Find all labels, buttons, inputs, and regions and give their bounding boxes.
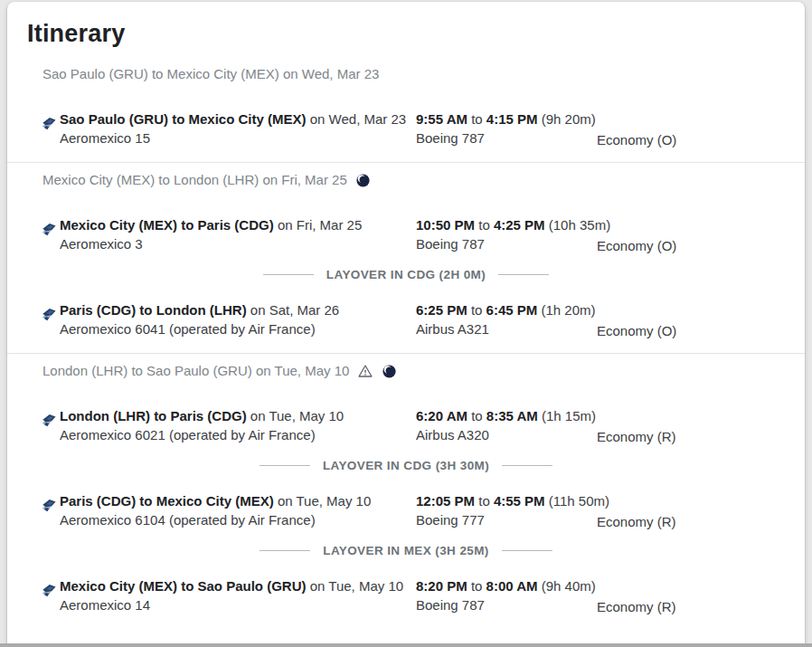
layover-label: LAYOVER IN MEX (3H 25M) (323, 544, 489, 557)
flight-cabin-col: Economy (O) (597, 299, 790, 340)
itinerary-sections: Sao Paulo (GRU) to Mexico City (MEX) on … (22, 65, 790, 629)
to-separator: to (471, 302, 483, 318)
arrival-time: 8:35 AM (486, 408, 538, 423)
flight-date: on Sat, Mar 26 (250, 302, 339, 318)
flight-segment-row: Mexico City (MEX) to Paris (CDG) on Fri,… (22, 214, 790, 255)
flight-number: Aeromexico 14 (60, 595, 416, 614)
aeromexico-logo-icon (40, 412, 58, 430)
layover-row: LAYOVER IN MEX (3H 25M) (22, 542, 790, 558)
arrival-time: 8:00 AM (486, 578, 538, 594)
cabin-class: Economy (O) (597, 238, 676, 253)
layover-label: LAYOVER IN CDG (3H 30M) (323, 459, 489, 472)
to-separator: to (471, 111, 483, 127)
flight-number: Aeromexico 6041 (operated by Air France) (60, 319, 416, 338)
cabin-class: Economy (R) (597, 429, 676, 444)
aeromexico-logo-icon (40, 582, 58, 600)
arrival-time: 4:15 PM (486, 111, 538, 127)
cabin-class: Economy (R) (597, 514, 676, 529)
flight-times-col: 8:20 PM to 8:00 AM (9h 40m) Boeing 787 (416, 575, 597, 616)
aircraft-type: Boeing 787 (416, 128, 597, 147)
section-items: Sao Paulo (GRU) to Mexico City (MEX) on … (22, 108, 790, 149)
aeromexico-logo-icon (40, 221, 58, 239)
flight-times-col: 6:20 AM to 8:35 AM (1h 15m) Airbus A320 (416, 404, 597, 446)
flight-date: on Tue, May 10 (278, 493, 371, 509)
flight-duration: (9h 20m) (542, 111, 596, 127)
flight-times-col: 10:50 PM to 4:25 PM (10h 35m) Boeing 787 (416, 214, 597, 255)
flight-route: Paris (CDG) to London (LHR) (60, 302, 247, 318)
aeromexico-logo-icon (40, 115, 58, 133)
departure-time: 6:25 PM (416, 302, 467, 318)
flight-segment-row: Sao Paulo (GRU) to Mexico City (MEX) on … (22, 108, 790, 149)
departure-time: 12:05 PM (416, 493, 475, 509)
layover-dash-left (260, 550, 310, 551)
aeromexico-logo-icon (40, 306, 58, 324)
aircraft-type: Boeing 787 (416, 234, 597, 253)
cabin-class: Economy (R) (597, 599, 676, 614)
flight-date: on Tue, May 10 (310, 578, 403, 594)
flight-date: on Fri, Mar 25 (278, 217, 362, 233)
arrival-time: 4:55 PM (494, 493, 545, 509)
flight-segment-row: Paris (CDG) to Mexico City (MEX) on Tue,… (22, 490, 790, 531)
departure-time: 8:20 PM (416, 578, 467, 594)
aircraft-type: Airbus A320 (416, 425, 597, 444)
flight-cabin-col: Economy (O) (597, 108, 790, 149)
section-items: Mexico City (MEX) to Paris (CDG) on Fri,… (22, 214, 790, 340)
flight-route-col: Sao Paulo (GRU) to Mexico City (MEX) on … (60, 108, 416, 149)
flight-route: Mexico City (MEX) to Sao Paulo (GRU) (60, 578, 307, 594)
arrival-time: 4:25 PM (494, 217, 545, 233)
section-header-label: Mexico City (MEX) to London (LHR) on Fri… (42, 171, 347, 189)
layover-row: LAYOVER IN CDG (2H 0M) (22, 266, 790, 282)
flight-route-col: Paris (CDG) to Mexico City (MEX) on Tue,… (60, 490, 416, 531)
flight-route: Sao Paulo (GRU) to Mexico City (MEX) (60, 111, 307, 127)
layover-dash-left (260, 465, 310, 466)
section-header-label: Sao Paulo (GRU) to Mexico City (MEX) on … (42, 65, 379, 83)
flight-route: Paris (CDG) to Mexico City (MEX) (60, 493, 274, 509)
aircraft-type: Airbus A321 (416, 319, 597, 338)
to-separator: to (471, 578, 483, 594)
departure-time: 6:20 AM (416, 408, 467, 423)
flight-cabin-col: Economy (O) (597, 214, 790, 255)
flight-times-col: 6:25 PM to 6:45 PM (1h 20m) Airbus A321 (416, 299, 597, 340)
flight-route: Mexico City (MEX) to Paris (CDG) (60, 217, 274, 233)
section-header: Mexico City (MEX) to London (LHR) on Fri… (42, 171, 790, 189)
departure-time: 9:55 AM (416, 111, 467, 127)
page-below-strip (0, 643, 812, 647)
to-separator: to (471, 408, 483, 423)
section-header: London (LHR) to Sao Paulo (GRU) on Tue, … (42, 362, 790, 380)
warning-icon (357, 363, 373, 379)
flight-segment-row: Paris (CDG) to London (LHR) on Sat, Mar … (22, 299, 790, 340)
flight-number: Aeromexico 6021 (operated by Air France) (60, 425, 416, 444)
page-title: Itinerary (22, 2, 790, 47)
flight-times-col: 9:55 AM to 4:15 PM (9h 20m) Boeing 787 (416, 108, 597, 149)
itinerary-card: Itinerary Sao Paulo (GRU) to Mexico City… (7, 2, 805, 647)
departure-time: 10:50 PM (416, 217, 475, 233)
layover-dash-right (498, 274, 549, 275)
moon-icon (355, 173, 371, 188)
aircraft-type: Boeing 777 (416, 510, 597, 529)
layover-dash-left (263, 274, 314, 275)
aeromexico-logo-icon (40, 497, 58, 515)
flight-route-col: London (LHR) to Paris (CDG) on Tue, May … (60, 404, 416, 446)
aircraft-type: Boeing 787 (416, 595, 597, 614)
layover-label: LAYOVER IN CDG (2H 0M) (326, 268, 486, 281)
flight-route: London (LHR) to Paris (CDG) (60, 408, 247, 423)
itinerary-section: London (LHR) to Sao Paulo (GRU) on Tue, … (7, 353, 805, 629)
flight-duration: (1h 20m) (541, 302, 595, 318)
cabin-class: Economy (O) (597, 323, 676, 338)
arrival-time: 6:45 PM (486, 302, 538, 318)
flight-segment-row: London (LHR) to Paris (CDG) on Tue, May … (22, 404, 790, 446)
flight-number: Aeromexico 6104 (operated by Air France) (60, 510, 416, 529)
flight-cabin-col: Economy (R) (597, 490, 790, 531)
layover-dash-right (502, 550, 552, 551)
flight-route-col: Mexico City (MEX) to Sao Paulo (GRU) on … (60, 575, 416, 616)
itinerary-section: Mexico City (MEX) to London (LHR) on Fri… (7, 162, 805, 353)
flight-times-col: 12:05 PM to 4:55 PM (11h 50m) Boeing 777 (416, 490, 597, 531)
layover-dash-right (502, 465, 552, 466)
section-header-label: London (LHR) to Sao Paulo (GRU) on Tue, … (42, 362, 349, 380)
flight-cabin-col: Economy (R) (597, 404, 790, 446)
flight-date: on Tue, May 10 (250, 408, 344, 423)
flight-duration: (1h 15m) (542, 408, 596, 423)
moon-icon (382, 364, 397, 379)
flight-duration: (9h 40m) (542, 578, 596, 594)
section-header: Sao Paulo (GRU) to Mexico City (MEX) on … (42, 65, 790, 83)
